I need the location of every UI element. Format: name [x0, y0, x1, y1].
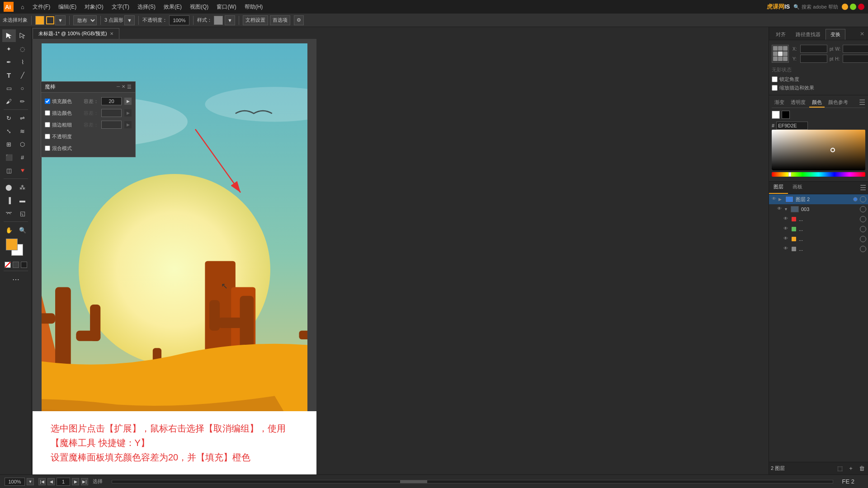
type-tool[interactable]: T	[2, 69, 16, 81]
paintbrush-tool[interactable]: 🖌	[2, 95, 16, 108]
layer-item-gray[interactable]: 👁 ...	[769, 244, 868, 254]
stroke-width-label[interactable]: 描边粗细	[45, 122, 72, 128]
menu-item-help[interactable]: 帮助(H)	[241, 1, 267, 13]
brush-mode-select[interactable]: 散布	[73, 15, 97, 25]
layer-expand-2[interactable]: ▶	[778, 197, 784, 202]
color-spectrum[interactable]	[772, 130, 865, 170]
eraser-tool[interactable]: ◱	[16, 207, 29, 220]
warp-tool[interactable]: ≋	[16, 125, 29, 137]
select-tool[interactable]	[2, 29, 16, 42]
next-page-btn[interactable]: ▶	[72, 478, 79, 485]
layers-menu-btn[interactable]: ☰	[858, 182, 868, 194]
none-swatch[interactable]	[5, 262, 11, 268]
layer-item-003[interactable]: 👁 ▼ 003	[769, 204, 868, 214]
color-panel-menu[interactable]: ☰	[859, 98, 865, 108]
mesh-tool[interactable]: #	[16, 151, 29, 164]
layer-option-red[interactable]	[860, 216, 866, 222]
minimize-button[interactable]	[842, 4, 848, 10]
layer-vis-gray[interactable]: 👁	[783, 246, 789, 252]
white-swatch[interactable]	[772, 111, 780, 119]
color-tab-active[interactable]: 颜色	[809, 98, 825, 108]
rect-tool[interactable]: ▭	[2, 82, 16, 94]
gradient-tool[interactable]: ◫	[2, 164, 16, 177]
more-tools-btn[interactable]: ⋯	[9, 273, 23, 286]
prev-page-btn[interactable]: ◀	[47, 478, 55, 485]
fill-color-swatch[interactable]	[35, 16, 44, 25]
tab-transform[interactable]: 变换	[826, 29, 845, 40]
style-swatch[interactable]	[214, 16, 223, 25]
first-page-btn[interactable]: |◀	[38, 478, 46, 485]
curvature-tool[interactable]: ⌇	[16, 56, 29, 68]
shape-builder-tool[interactable]: ⬡	[16, 138, 29, 150]
panel-menu-btn[interactable]: ☰	[127, 84, 132, 90]
layer-vis-red[interactable]: 👁	[783, 216, 789, 222]
extra-swatch2[interactable]	[21, 262, 27, 268]
column-graph-tool[interactable]: ▐	[2, 194, 16, 206]
h-input[interactable]	[843, 55, 868, 63]
lock-corner-checkbox[interactable]	[772, 76, 778, 82]
pen-tool[interactable]: ✒	[2, 56, 16, 68]
document-tab[interactable]: 未标题-1* @ 100% (RGB/预览) ✕	[33, 28, 119, 39]
stroke-width-expand[interactable]: ▶	[124, 121, 132, 128]
fill-color-checkbox[interactable]	[45, 99, 50, 104]
gradient-tab[interactable]: 渐变	[772, 98, 787, 108]
stroke-expand-btn[interactable]: ▼	[55, 15, 66, 25]
slice-tool[interactable]: ⌤	[2, 207, 16, 220]
bar-graph-tool[interactable]: ▬	[16, 194, 29, 206]
stroke-swatch[interactable]	[46, 16, 54, 24]
fg-color-swatch[interactable]	[6, 239, 18, 250]
extra-swatch[interactable]	[13, 262, 19, 268]
last-page-btn[interactable]: ▶|	[81, 478, 88, 485]
scale-stroke-checkbox[interactable]	[772, 85, 778, 91]
zoom-tool[interactable]: 🔍	[16, 224, 29, 236]
stroke-color-expand[interactable]: ▶	[124, 109, 132, 117]
artboards-tab[interactable]: 画板	[788, 182, 807, 194]
hex-input[interactable]	[776, 122, 808, 130]
fill-color-label[interactable]: 填充颜色	[45, 98, 72, 105]
stroke-width-checkbox[interactable]	[45, 122, 50, 127]
mirror-tool[interactable]: ⇌	[16, 112, 29, 124]
layer-expand-003[interactable]: ▼	[784, 207, 789, 211]
menu-item-window[interactable]: 窗口(W)	[213, 1, 240, 13]
y-input[interactable]	[800, 55, 827, 63]
layer-vis-2[interactable]: 👁	[771, 196, 777, 202]
hue-slider[interactable]	[772, 172, 865, 177]
layer-vis-003[interactable]: 👁	[776, 206, 783, 212]
fill-tolerance-expand[interactable]: ▶	[124, 98, 132, 105]
layer-option-yellow[interactable]	[860, 236, 866, 242]
fill-tolerance-input[interactable]	[101, 97, 122, 105]
blend-mode-label[interactable]: 混合模式	[45, 145, 72, 152]
magic-wand-tool[interactable]: ✦	[2, 42, 16, 55]
toolbar-misc-btn[interactable]: ⚙	[294, 15, 304, 25]
color-ref-tab[interactable]: 颜色参考	[826, 98, 851, 108]
new-layer-btn[interactable]: +	[846, 464, 855, 473]
doc-settings-btn[interactable]: 文档设置	[243, 15, 268, 25]
menu-item-edit[interactable]: 编辑(E)	[55, 1, 80, 13]
tab-close-btn[interactable]: ✕	[110, 31, 113, 36]
anchor-grid[interactable]	[772, 45, 789, 63]
scroll-area[interactable]	[112, 480, 833, 483]
transparency-tab[interactable]: 透明度	[788, 98, 808, 108]
lasso-tool[interactable]: ◌	[16, 42, 29, 55]
direct-select-tool[interactable]	[16, 29, 29, 42]
hand-tool[interactable]: ✋	[2, 224, 16, 236]
free-transform-tool[interactable]: ⊞	[2, 138, 16, 150]
layer-vis-green[interactable]: 👁	[783, 226, 789, 232]
blend-mode-checkbox[interactable]	[45, 145, 50, 151]
layer-option-green[interactable]	[860, 226, 866, 232]
opacity-label[interactable]: 不透明度	[45, 133, 72, 140]
w-input[interactable]	[843, 45, 868, 53]
ellipse-tool[interactable]: ○	[16, 82, 29, 94]
opacity-input[interactable]	[169, 15, 189, 25]
page-input[interactable]	[57, 478, 70, 486]
stroke-color-tolerance-input[interactable]	[101, 109, 122, 117]
right-panel-close[interactable]: ✕	[858, 29, 866, 40]
layer-option-003[interactable]	[860, 206, 866, 212]
line-tool[interactable]: ╱	[16, 69, 29, 81]
zoom-input[interactable]	[5, 478, 25, 486]
symbol-tool[interactable]: ⁂	[16, 181, 29, 193]
zoom-dropdown-btn[interactable]: ▼	[27, 478, 34, 485]
blend-tool[interactable]: ⬤	[2, 181, 16, 193]
close-button[interactable]	[858, 4, 864, 10]
menu-item-select[interactable]: 选择(S)	[134, 1, 159, 13]
